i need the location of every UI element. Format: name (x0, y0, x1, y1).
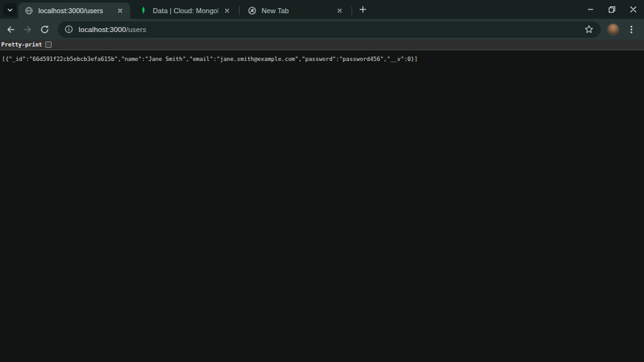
tab-strip: localhost:3000/users Data | Cloud: Mongo… (0, 0, 644, 19)
three-dot-menu-icon (626, 25, 636, 35)
tab-divider (352, 6, 352, 15)
minimize-button[interactable] (580, 0, 601, 19)
restore-button[interactable] (601, 0, 623, 19)
close-tab-icon[interactable] (222, 6, 232, 16)
chrome-icon (248, 6, 257, 15)
chevron-down-icon (6, 6, 14, 14)
tab-search-button[interactable] (3, 3, 16, 16)
bookmark-star-icon[interactable] (582, 23, 596, 36)
tab-mongodb-cloud[interactable]: Data | Cloud: MongoDB Cloud (133, 3, 237, 19)
plus-icon (359, 6, 367, 13)
tab-new-tab[interactable]: New Tab (242, 3, 350, 19)
browser-toolbar: localhost:3000/users (0, 19, 644, 40)
profile-avatar[interactable] (607, 23, 619, 36)
mongodb-leaf-icon (139, 6, 148, 15)
back-button[interactable] (2, 21, 19, 38)
globe-icon (25, 6, 33, 15)
address-bar[interactable]: localhost:3000/users (58, 21, 601, 38)
tab-divider (239, 6, 240, 15)
site-info-icon[interactable] (65, 25, 73, 33)
pretty-print-checkbox[interactable] (45, 41, 52, 48)
forward-button[interactable] (19, 21, 36, 38)
close-window-button[interactable] (623, 0, 644, 19)
window-controls (580, 0, 644, 19)
close-tab-icon[interactable] (115, 6, 125, 16)
arrow-left-icon (6, 25, 16, 35)
pretty-print-label: Pretty-print (1, 41, 42, 48)
tab-title: New Tab (262, 7, 331, 14)
browser-menu-button[interactable] (624, 22, 639, 37)
reload-icon (40, 25, 50, 35)
close-tab-icon[interactable] (335, 6, 345, 16)
url-host: localhost:3000 (79, 26, 126, 33)
arrow-right-icon (23, 25, 33, 35)
new-tab-button[interactable] (355, 2, 370, 17)
url-path: /users (126, 26, 147, 33)
url-text[interactable]: localhost:3000/users (79, 26, 147, 33)
tab-title: localhost:3000/users (38, 7, 111, 14)
json-response-body: [{"_id":"66d591f22cb5ebcb3efa615b","name… (0, 50, 644, 68)
page-content: Pretty-print [{"_id":"66d591f22cb5ebcb3e… (0, 40, 644, 362)
pretty-print-bar: Pretty-print (0, 40, 644, 50)
reload-button[interactable] (36, 21, 53, 38)
tab-title: Data | Cloud: MongoDB Cloud (153, 7, 218, 14)
tab-localhost-users[interactable]: localhost:3000/users (18, 3, 130, 19)
